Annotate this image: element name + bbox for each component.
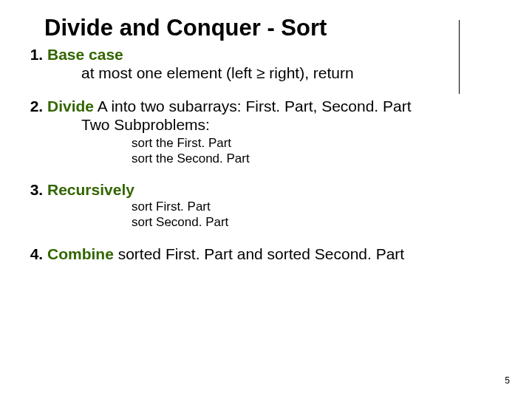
- item-sub1: at most one element (left ≥ right), retu…: [81, 64, 510, 83]
- item-head: Combine: [47, 245, 114, 262]
- item-sub1: Two Subproblems:: [81, 115, 510, 134]
- list-item: Base case at most one element (left ≥ ri…: [47, 46, 510, 83]
- item-sub2: sort First. Part: [132, 199, 510, 214]
- item-head-tail: sorted First. Part and sorted Second. Pa…: [114, 245, 404, 262]
- decorative-line: [459, 20, 460, 94]
- page-number: 5: [505, 375, 510, 386]
- list-item: Recursively sort First. Part sort Second…: [47, 181, 510, 231]
- item-sub2: sort the Second. Part: [132, 151, 510, 166]
- item-head-tail: A into two subarrays: First. Part, Secon…: [94, 98, 412, 115]
- slide-title: Divide and Conquer - Sort: [44, 15, 510, 41]
- item-head: Recursively: [47, 181, 134, 198]
- list-item: Divide A into two subarrays: First. Part…: [47, 98, 510, 166]
- item-head: Base case: [47, 46, 123, 63]
- main-list: Base case at most one element (left ≥ ri…: [22, 46, 510, 263]
- item-sub2: sort Second. Part: [132, 214, 510, 230]
- list-item: Combine sorted First. Part and sorted Se…: [47, 245, 510, 263]
- item-head: Divide: [47, 98, 94, 115]
- item-sub2: sort the First. Part: [132, 135, 510, 151]
- slide: Divide and Conquer - Sort Base case at m…: [0, 0, 532, 399]
